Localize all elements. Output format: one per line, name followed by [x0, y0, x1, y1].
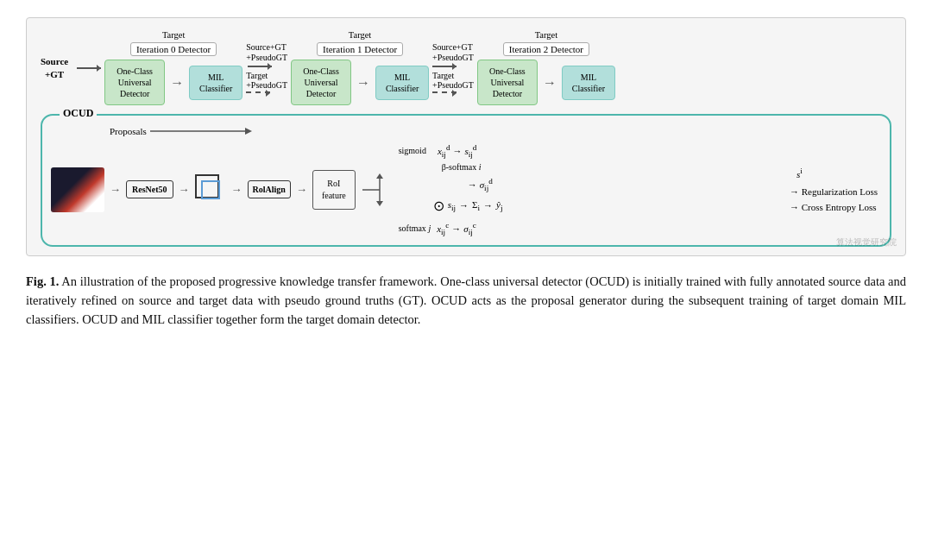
sigma-c-sup: c	[473, 221, 476, 230]
xd-sup: d	[446, 143, 450, 152]
iter-1-boxes: One-ClassUniversalDetector → MILClassifi…	[291, 60, 429, 105]
ocud-box-2: One-ClassUniversalDetector	[477, 60, 538, 105]
target-label-2: Target	[535, 30, 557, 40]
target-label-0: Target	[162, 30, 185, 40]
iter-2-boxes: One-ClassUniversalDetector → MILClassifi…	[477, 60, 615, 105]
beta-softmax-label: β-softmax i	[442, 162, 781, 172]
ocud-section: OCUD Proposals → ResNet50	[41, 114, 891, 247]
proposals-label: Proposals	[110, 126, 147, 136]
source-label: Source+GT	[41, 55, 68, 80]
svg-marker-1	[245, 128, 252, 135]
input-image	[51, 167, 104, 212]
sigmoid-label: sigmoid	[399, 146, 426, 155]
sd-sup: d	[473, 143, 477, 152]
ocud-box-1: One-ClassUniversalDetector	[291, 60, 351, 105]
split-arrow-svg	[362, 168, 388, 211]
iter-0-boxes: One-ClassUniversalDetector → MILClassifi…	[104, 60, 242, 105]
target-label-1: Target	[349, 30, 371, 40]
svg-marker-5	[376, 173, 383, 179]
between-1-2: Source+GT +PseudoGT Target +PseudoGT	[432, 42, 474, 93]
iteration-0-block: Target Iteration 0 Detector One-ClassUni…	[104, 30, 242, 105]
ocud-box-0: One-ClassUniversalDetector	[104, 60, 165, 105]
softmax-label: softmax j	[399, 223, 431, 233]
svg-marker-6	[376, 201, 383, 206]
formula-arrow-1: →	[452, 146, 462, 156]
iter-0-label: Iteration 0 Detector	[130, 42, 217, 56]
roialign-box: RolAlign	[248, 180, 291, 198]
si-label: si	[797, 167, 878, 179]
reg-loss-label: → Regularization Loss	[790, 186, 878, 197]
mil-box-2: MILClassifier	[562, 66, 615, 100]
sigma-d-sup: d	[488, 177, 493, 186]
formula-arrow-2: →	[451, 223, 461, 234]
main-container: Source+GT Target Iteration 0 Detector On…	[0, 0, 932, 347]
roi-boxes-icon	[195, 174, 226, 205]
formula-row-top: sigmoid xijd → sijd	[399, 143, 781, 159]
roi-feature-box: RoIfeature	[312, 170, 356, 210]
align-to-feature-arrow: →	[296, 183, 307, 197]
formula-row-sigma-d: → σijd	[468, 177, 781, 192]
iter-1-label: Iteration 1 Detector	[317, 42, 403, 56]
source-arrow	[77, 67, 101, 69]
ocud-label: OCUD	[60, 107, 97, 120]
iteration-2-block: Target Iteration 2 Detector One-ClassUni…	[477, 30, 615, 105]
xc-sup: c	[445, 221, 449, 230]
formula-section: sigmoid xijd → sijd β-softmax i →	[399, 143, 781, 236]
iteration-1-block: Target Iteration 1 Detector One-ClassUni…	[291, 30, 429, 105]
watermark: 算法视觉研究院	[836, 236, 897, 249]
img-to-resnet-arrow: →	[110, 183, 121, 197]
sigma-i-sub: i	[477, 204, 480, 212]
arrow-1: →	[356, 75, 370, 91]
roi-to-align-arrow: →	[231, 183, 242, 197]
dashed-connector-1	[432, 91, 457, 93]
caption: Fig. 1. An illustration of the proposed …	[26, 272, 906, 330]
solid-connector-0	[248, 66, 272, 67]
mil-box-1: MILClassifier	[375, 66, 429, 100]
roi-inner-box	[201, 180, 220, 199]
resnet50-box: ResNet50	[126, 180, 173, 198]
circle-dot: ⊙	[433, 198, 444, 214]
arrow-2: →	[543, 75, 557, 91]
loss-section: si → Regularization Loss → Cross Entropy…	[790, 167, 878, 212]
resnet-to-roi-arrow: →	[179, 183, 190, 197]
dashed-connector-0	[246, 91, 270, 93]
cross-entropy-loss-label: → Cross Entropy Loss	[790, 202, 878, 212]
between-0-1: Source+GT +PseudoGT Target +PseudoGT	[246, 42, 287, 93]
mil-box-0: MILClassifier	[189, 66, 242, 100]
split-arrows	[362, 168, 388, 211]
proposals-arrow	[150, 124, 254, 138]
yhat-sub: j	[501, 204, 503, 212]
iter-2-label: Iteration 2 Detector	[503, 42, 589, 56]
sij-sub: ij	[451, 204, 456, 212]
ocud-inner: → ResNet50 → → RolAlign → RoIfeature	[51, 143, 878, 236]
formula-row-bottom: softmax j xijc → σijc	[399, 221, 781, 236]
solid-connector-1	[432, 66, 457, 67]
diagram-area: Source+GT Target Iteration 0 Detector On…	[26, 17, 906, 256]
formula-middle-row: ⊙ sij → Σi → ŷj	[433, 198, 781, 214]
top-row: Source+GT Target Iteration 0 Detector On…	[41, 30, 891, 105]
fig-label: Fig. 1.	[26, 274, 59, 288]
caption-text: An illustration of the proposed progress…	[26, 274, 906, 327]
arrow-0: →	[170, 75, 184, 91]
